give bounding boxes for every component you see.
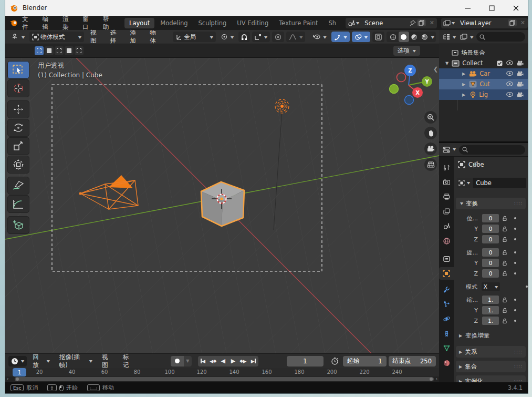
panel-grip-icon[interactable]: :::: bbox=[514, 364, 523, 369]
cube-object[interactable] bbox=[201, 182, 244, 226]
workspace-tab-layout[interactable]: Layout bbox=[124, 18, 154, 28]
eye-icon[interactable] bbox=[506, 82, 513, 86]
eye-icon[interactable] bbox=[506, 92, 513, 97]
menu-edit[interactable]: 编辑 bbox=[37, 15, 57, 31]
eye-icon[interactable] bbox=[506, 60, 513, 65]
scene-properties-tab[interactable] bbox=[439, 220, 454, 232]
checkbox-icon[interactable] bbox=[497, 60, 503, 66]
snap-settings-dropdown[interactable]: ▼ bbox=[252, 32, 270, 42]
minimize-button[interactable] bbox=[455, 0, 479, 16]
lock-icon[interactable] bbox=[502, 308, 508, 313]
select-mode-extend-button[interactable] bbox=[45, 46, 54, 55]
rotation-x-field[interactable]: 0 bbox=[482, 248, 499, 257]
lock-icon[interactable] bbox=[502, 271, 508, 277]
cursor-tool[interactable] bbox=[7, 79, 29, 97]
light-object[interactable] bbox=[275, 99, 289, 113]
rotation-mode-dropdown[interactable]: X ▼ bbox=[482, 282, 500, 291]
close-button[interactable] bbox=[504, 0, 528, 16]
blender-logo-icon-small[interactable] bbox=[9, 19, 17, 27]
world-properties-tab[interactable] bbox=[439, 235, 454, 247]
lock-icon[interactable] bbox=[502, 318, 508, 324]
mode-dropdown[interactable]: 物体模式 ▼ bbox=[29, 32, 84, 42]
scene-browse-button[interactable]: ▼ bbox=[346, 18, 361, 28]
unlink-scene-button[interactable]: ✕ bbox=[427, 19, 437, 26]
output-properties-tab[interactable] bbox=[439, 190, 454, 203]
timeline-menu-view[interactable]: 视图 bbox=[98, 353, 117, 369]
frame-start-field[interactable]: 起始 1 bbox=[343, 356, 387, 367]
tool-properties-tab[interactable] bbox=[439, 161, 454, 174]
physics-properties-tab[interactable] bbox=[439, 312, 454, 325]
maximize-button[interactable] bbox=[479, 0, 504, 16]
play-reverse-button[interactable]: ◀ bbox=[218, 356, 228, 367]
new-scene-button[interactable] bbox=[417, 19, 426, 26]
properties-editor-type-button[interactable]: ▼ bbox=[442, 145, 457, 155]
toggle-perspective-button[interactable] bbox=[424, 158, 437, 171]
select-mode-subtract-button[interactable] bbox=[55, 46, 64, 55]
timeline-menu-keying[interactable]: 抠像(插帧)▼ bbox=[56, 353, 96, 369]
eye-icon[interactable] bbox=[506, 71, 513, 76]
location-z-field[interactable]: 0 bbox=[482, 235, 499, 243]
animate-dot[interactable] bbox=[514, 272, 516, 274]
play-button[interactable]: ▶ bbox=[228, 356, 238, 367]
timeline-ruler[interactable]: 1 20 40 60 80 100 120 140 160 180 200 22… bbox=[5, 368, 439, 376]
scale-z-field[interactable]: 1. bbox=[482, 317, 499, 325]
visibility-dropdown[interactable]: ▼ bbox=[309, 32, 329, 42]
workspace-tab-uv-editing[interactable]: UV Editing bbox=[232, 18, 273, 28]
shading-material-button[interactable] bbox=[409, 32, 420, 42]
scrollbar-left-handle[interactable] bbox=[16, 378, 19, 381]
animate-dot[interactable] bbox=[514, 238, 516, 240]
shading-rendered-button[interactable] bbox=[420, 32, 430, 42]
playhead[interactable]: 1 bbox=[13, 368, 26, 376]
expand-triangle-icon[interactable]: ▶ bbox=[462, 82, 465, 87]
select-mode-set-button[interactable] bbox=[35, 46, 44, 55]
gizmo-negative-z-axis[interactable] bbox=[405, 96, 414, 105]
remove-viewlayer-button[interactable]: ✕ bbox=[518, 19, 528, 26]
viewport-menu-add[interactable]: 添加 bbox=[126, 29, 145, 45]
timeline-scrollbar[interactable] bbox=[15, 377, 434, 381]
sidebar-collapse-arrow[interactable]: ❮ bbox=[433, 66, 438, 73]
rotation-z-field[interactable]: 0 bbox=[482, 269, 499, 278]
scale-y-field[interactable]: 1. bbox=[482, 306, 499, 314]
animate-dot[interactable] bbox=[514, 320, 516, 322]
menu-help[interactable]: 帮助 bbox=[98, 15, 118, 31]
gizmo-negative-y-axis[interactable] bbox=[390, 85, 399, 94]
panel-grip-icon[interactable]: :::: bbox=[514, 349, 523, 354]
snap-toggle[interactable] bbox=[238, 32, 250, 42]
current-frame-field[interactable]: 1 bbox=[287, 356, 324, 367]
annotate-tool[interactable] bbox=[7, 177, 29, 195]
lock-icon[interactable] bbox=[502, 226, 508, 232]
collection-properties-tab[interactable] bbox=[439, 252, 454, 265]
animate-dot[interactable] bbox=[514, 251, 516, 253]
outliner-filter-button[interactable]: ▼ bbox=[459, 32, 474, 42]
location-y-field[interactable]: 0 bbox=[482, 225, 499, 233]
lock-icon[interactable] bbox=[502, 297, 508, 303]
select-box-tool[interactable] bbox=[7, 61, 29, 79]
viewlayer-name[interactable]: ViewLayer bbox=[457, 19, 507, 27]
render-camera-icon[interactable] bbox=[517, 60, 524, 66]
jump-to-start-button[interactable]: ◀ bbox=[198, 356, 208, 367]
timeline-menu-marker[interactable]: 标记 bbox=[119, 353, 138, 369]
frame-end-field[interactable]: 结束点 250 bbox=[389, 356, 436, 367]
pin-icon[interactable] bbox=[472, 161, 479, 168]
rotation-y-field[interactable]: 0 bbox=[482, 259, 499, 267]
menu-file[interactable]: 文件 bbox=[17, 15, 37, 31]
options-button[interactable]: 选项 ▼ bbox=[393, 46, 420, 56]
outliner-editor-type-button[interactable]: ▼ bbox=[442, 32, 457, 42]
scale-tool[interactable] bbox=[7, 137, 29, 155]
proportional-editing-toggle[interactable] bbox=[272, 32, 284, 42]
expand-triangle-icon[interactable]: ▶ bbox=[462, 72, 465, 76]
timeline-editor-type-button[interactable]: ▼ bbox=[8, 356, 27, 367]
camera-view-button[interactable] bbox=[424, 142, 437, 155]
transform-orientation-dropdown[interactable]: 全局 ▼ bbox=[173, 32, 216, 42]
animate-dot[interactable] bbox=[514, 217, 516, 219]
select-mode-difference-button[interactable] bbox=[65, 46, 74, 55]
zoom-button[interactable] bbox=[424, 111, 437, 124]
render-properties-tab[interactable] bbox=[439, 176, 454, 188]
relations-panel-header[interactable]: ▶ 关系 :::: bbox=[456, 346, 526, 358]
navigation-gizmo[interactable]: Z Y X bbox=[388, 62, 436, 108]
object-name-field[interactable]: Cube bbox=[473, 178, 526, 188]
scene-name[interactable]: Scene bbox=[361, 19, 410, 27]
location-x-field[interactable]: 0 bbox=[482, 214, 499, 222]
lock-icon[interactable] bbox=[502, 237, 508, 242]
viewlayer-browse-button[interactable]: ▼ bbox=[441, 18, 457, 28]
